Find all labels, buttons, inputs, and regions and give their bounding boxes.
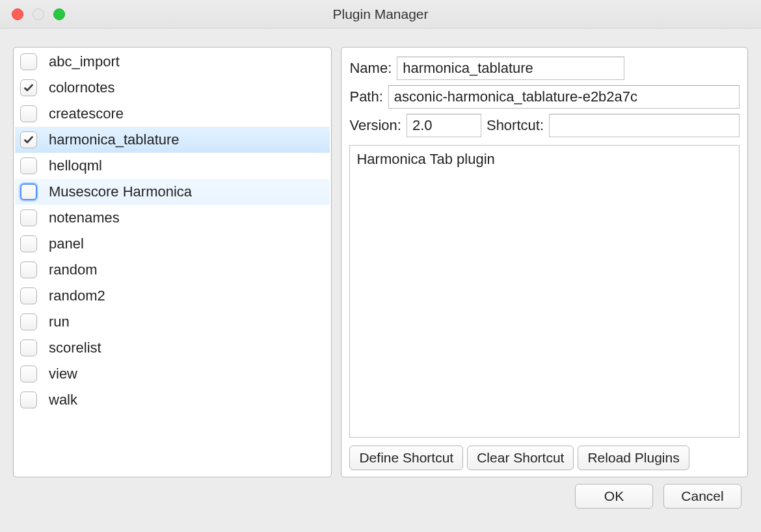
plugin-checkbox[interactable]	[20, 366, 37, 382]
plugin-row[interactable]: abc_import	[15, 49, 330, 75]
plugin-row[interactable]: Musescore Harmonica	[15, 179, 330, 205]
shortcut-input[interactable]	[549, 114, 740, 137]
plugin-checkbox[interactable]	[20, 183, 37, 200]
plugin-row[interactable]: scorelist	[15, 335, 330, 361]
plugin-label: abc_import	[49, 53, 120, 70]
plugin-checkbox[interactable]	[20, 392, 37, 408]
plugin-label: helloqml	[49, 157, 102, 174]
plugin-row[interactable]: view	[15, 361, 330, 387]
plugin-label: createscore	[49, 105, 124, 122]
path-label: Path:	[349, 88, 382, 105]
define-shortcut-button[interactable]: Define Shortcut	[349, 446, 463, 470]
close-window-icon[interactable]	[12, 8, 23, 20]
plugin-checkbox[interactable]	[20, 313, 37, 330]
zoom-window-icon[interactable]	[53, 8, 65, 20]
plugin-row[interactable]: harmonica_tablature	[15, 127, 330, 153]
content-area: abc_importcolornotescreatescoreharmonica…	[0, 29, 761, 484]
window-title: Plugin Manager	[0, 7, 761, 22]
plugin-row[interactable]: panel	[15, 231, 330, 257]
plugin-row[interactable]: notenames	[15, 205, 330, 231]
traffic-lights	[12, 8, 65, 20]
plugin-checkbox[interactable]	[20, 209, 37, 226]
plugin-row[interactable]: helloqml	[15, 153, 330, 179]
clear-shortcut-button[interactable]: Clear Shortcut	[467, 446, 574, 470]
plugin-row[interactable]: random2	[15, 283, 330, 309]
plugin-label: run	[49, 313, 70, 330]
cancel-button[interactable]: Cancel	[663, 484, 741, 509]
plugin-checkbox[interactable]	[20, 131, 37, 148]
plugin-checkbox[interactable]	[20, 235, 37, 252]
ok-button[interactable]: OK	[575, 484, 653, 509]
plugin-label: panel	[49, 235, 84, 252]
path-row: Path:	[349, 83, 740, 111]
path-input[interactable]	[388, 85, 740, 109]
version-shortcut-row: Version: Shortcut:	[349, 111, 740, 140]
name-row: Name:	[349, 54, 740, 83]
plugin-label: harmonica_tablature	[49, 131, 180, 148]
plugin-label: random	[49, 261, 98, 278]
reload-plugins-button[interactable]: Reload Plugins	[578, 446, 689, 470]
plugin-list: abc_importcolornotescreatescoreharmonica…	[13, 47, 332, 477]
footer-buttons: OK Cancel	[0, 484, 761, 509]
minimize-window-icon	[33, 8, 44, 20]
plugin-checkbox[interactable]	[20, 53, 37, 70]
version-label: Version:	[349, 117, 401, 134]
plugin-label: random2	[49, 287, 105, 304]
name-label: Name:	[349, 60, 392, 77]
plugin-row[interactable]: colornotes	[15, 75, 330, 101]
description-box: Harmonica Tab plugin	[349, 145, 740, 438]
shortcut-label: Shortcut:	[487, 117, 544, 134]
plugin-label: walk	[49, 392, 77, 408]
plugin-row[interactable]: random	[15, 257, 330, 283]
plugin-row[interactable]: run	[15, 309, 330, 335]
plugin-checkbox[interactable]	[20, 287, 37, 304]
plugin-detail-panel: Name: Path: Version: Shortcut: Harmonica…	[341, 47, 748, 477]
plugin-label: colornotes	[49, 79, 115, 96]
plugin-checkbox[interactable]	[20, 261, 37, 278]
plugin-label: view	[49, 366, 77, 382]
plugin-checkbox[interactable]	[20, 339, 37, 356]
titlebar: Plugin Manager	[0, 0, 761, 29]
plugin-row[interactable]: walk	[15, 387, 330, 413]
name-input[interactable]	[397, 57, 624, 80]
plugin-row[interactable]: createscore	[15, 101, 330, 127]
plugin-checkbox[interactable]	[20, 157, 37, 174]
plugin-checkbox[interactable]	[20, 79, 37, 96]
plugin-label: Musescore Harmonica	[49, 183, 192, 200]
version-input[interactable]	[407, 114, 481, 137]
plugin-label: scorelist	[49, 339, 101, 356]
plugin-checkbox[interactable]	[20, 105, 37, 122]
plugin-label: notenames	[49, 209, 120, 226]
action-button-row: Define Shortcut Clear Shortcut Reload Pl…	[349, 446, 740, 470]
